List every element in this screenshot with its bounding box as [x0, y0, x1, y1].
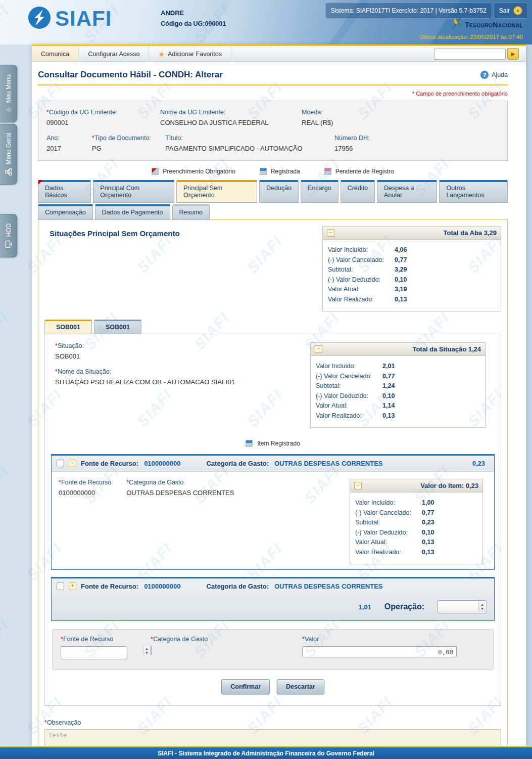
tab-deducao[interactable]: Dedução [259, 180, 299, 203]
search-go-button[interactable]: ▶ [507, 48, 519, 60]
sidebar-item-menu-geral[interactable]: Menu Geral [0, 124, 17, 185]
item-categoria-field: *Categoria de Gasto OUTRAS DESPESAS CORR… [126, 479, 234, 564]
tab-state-legend: Preenchimento Obrigatório Registrada Pen… [38, 168, 508, 175]
help-link[interactable]: ? Ajuda [480, 71, 508, 79]
sidebar-item-label: Meu Menu [5, 74, 12, 103]
document-tabs-row2: Compensação Dados de Pagamento Resumo [38, 204, 508, 220]
total-situacao-title: Total da Situação 1,24 [322, 345, 481, 353]
help-icon[interactable]: ? [480, 71, 489, 79]
nav-tab-comunica[interactable]: Comunica [32, 46, 79, 61]
item-fonte-value: 0100000000 [59, 489, 111, 497]
tab-credito[interactable]: Crédito [341, 180, 375, 203]
descartar-button[interactable]: Descartar [277, 679, 324, 694]
sidebar-item-meu-menu[interactable]: ☆ Meu Menu [0, 65, 17, 122]
item-registered-legend: Item Registrado [51, 440, 495, 447]
item-checkbox[interactable] [57, 460, 64, 467]
document-tabs-row1: Dados Básicos Principal Com Orçamento Pr… [38, 180, 508, 203]
tab-outros-lancamentos[interactable]: Outros Lançamentos [439, 180, 508, 203]
resource-item-1-header[interactable]: − Fonte de Recurso: 0100000000 Categoria… [52, 456, 494, 471]
section-heading: Situações Principal Sem Orçamento [50, 229, 180, 238]
search-arrow-icon: ▶ [511, 51, 515, 57]
ug-label: Código da UG: [161, 20, 205, 27]
valor-input[interactable] [302, 646, 457, 657]
treasury-logo-icon [450, 17, 462, 32]
tab-compensacao[interactable]: Compensação [38, 204, 93, 220]
side-menu: ☆ Meu Menu Menu Geral HOD [0, 65, 18, 259]
subtab-sob001-2[interactable]: SOB001 [94, 320, 141, 334]
collapse-icon[interactable]: − [327, 229, 334, 237]
siafi-logo: SIAFI [28, 6, 112, 31]
logout-label: Sair [499, 7, 510, 14]
tab-encargo[interactable]: Encargo [301, 180, 338, 203]
tab-despesa-a-anular[interactable]: Despesa a Anular [377, 180, 438, 203]
fonte-recurso-input[interactable] [61, 646, 127, 659]
situation-content-box: *Situação: SOB001 *Nome da Situação: SIT… [44, 334, 501, 706]
resource-item-2-header[interactable]: + Fonte de Recurso: 0100000000 Categoria… [52, 578, 494, 594]
collapse-icon[interactable]: − [315, 345, 322, 353]
pending-legend-icon [324, 168, 331, 175]
total-situacao-panel: − Total da Situação 1,24 Valor Incluído:… [310, 342, 486, 428]
document-header-box: *Código da UG Emitente: 090001 Nome da U… [38, 101, 508, 161]
fonte-recurso-link[interactable]: 0100000000 [144, 460, 180, 467]
sitemap-icon [5, 168, 12, 175]
nav-tab-adicionar-favoritos[interactable]: ★ Adicionar Favoritos [149, 46, 231, 61]
confirmar-button[interactable]: Confirmar [221, 679, 270, 694]
treasury-logo-text: TesouroNacional [465, 21, 523, 29]
tipo-value: PG [92, 145, 165, 152]
user-block: ANDRE Código da UG:090001 [161, 9, 226, 27]
resource-item-2: + Fonte de Recurso: 0100000000 Categoria… [51, 577, 495, 621]
item-categoria-value: OUTRAS DESPESAS CORRENTES [126, 489, 234, 497]
item-registered-icon [246, 440, 253, 447]
operacao-select[interactable]: ▲▼ [438, 600, 487, 613]
field-ug-name: Nome da UG Emitente: CONSELHO DA JUSTICA… [160, 109, 302, 126]
sidebar-item-hod[interactable]: HOD [0, 214, 17, 257]
required-legend-icon [152, 168, 159, 175]
user-name: ANDRE [161, 9, 226, 17]
system-info: Sistema: SIAFI2017TI Exercício: 2017 | V… [325, 3, 492, 19]
fonte-recurso-link[interactable]: 0100000000 [144, 583, 180, 590]
siafi-logo-text: SIAFI [55, 8, 112, 30]
star-outline-icon: ☆ [5, 107, 13, 113]
search-input[interactable] [434, 49, 506, 60]
tab-resumo[interactable]: Resumo [172, 204, 210, 220]
field-titulo: Título: PAGAMENTO SIMPLIFICADO - AUTOMAÇ… [165, 135, 334, 152]
situacao-name-value: SITUAÇÃO PSO REALIZA COM OB - AUTOMACAO … [55, 378, 235, 386]
ug-name-value: CONSELHO DA JUSTICA FEDERAL [160, 119, 302, 126]
nav-tab-configurar-acesso[interactable]: Configurar Acesso [79, 46, 149, 61]
tab-principal-sem-orcamento[interactable]: Principal Sem Orçamento [176, 180, 257, 203]
top-nav-bar: Comunica Configurar Acesso ★ Adicionar F… [32, 46, 526, 62]
subtab-sob001-1[interactable]: SOB001 [44, 320, 92, 334]
categoria-gasto-link[interactable]: OUTRAS DESPESAS CORRENTES [274, 460, 383, 467]
form-fonte-field: *Fonte de Recurso [61, 636, 127, 659]
moeda-value: REAL (R$) [302, 119, 333, 126]
field-ano: Ano: 2017 [46, 135, 92, 152]
registered-legend-icon [260, 168, 267, 175]
situacao-value: SOB001 [55, 352, 235, 360]
tab-dados-basicos[interactable]: Dados Básicos [38, 180, 91, 203]
expand-icon[interactable]: + [69, 583, 76, 590]
item-fonte-field: *Fonte de Recurso 0100000000 [59, 479, 111, 564]
situation-subtabs: SOB001 SOB001 [44, 320, 501, 334]
field-tipo-documento: *Tipo de Documento: PG [92, 135, 165, 152]
main-panel: Comunica Configurar Acesso ★ Adicionar F… [32, 44, 526, 746]
help-label: Ajuda [492, 71, 508, 78]
spinner-arrows-icon[interactable]: ▲▼ [478, 601, 486, 612]
siafi-logo-icon [28, 6, 51, 31]
monitor-icon [5, 240, 12, 248]
numero-dh-value: 17956 [334, 145, 369, 152]
collapse-icon[interactable]: − [354, 482, 362, 489]
logout-button[interactable]: Sair x [494, 3, 528, 19]
collapse-icon[interactable]: − [69, 460, 76, 467]
field-ug-code: *Código da UG Emitente: 090001 [46, 109, 160, 126]
spinner-arrows-icon[interactable]: ▲▼ [143, 647, 150, 654]
favorite-star-icon: ★ [158, 50, 165, 58]
logout-x-icon[interactable]: x [513, 6, 522, 15]
field-moeda: Moeda: REAL (R$) [302, 109, 333, 126]
categoria-gasto-link[interactable]: OUTRAS DESPESAS CORRENTES [274, 583, 383, 590]
titulo-value: PAGAMENTO SIMPLIFICADO - AUTOMAÇÃO [165, 145, 334, 152]
footer-bar: SIAFI - Sistema Integrado de Administraç… [0, 746, 532, 759]
item-checkbox[interactable] [57, 583, 64, 590]
tab-principal-com-orcamento[interactable]: Principal Com Orçamento [93, 180, 174, 203]
tab-dados-de-pagamento[interactable]: Dados de Pagamento [95, 204, 170, 220]
categoria-gasto-select[interactable]: ▲▼ [151, 646, 152, 655]
